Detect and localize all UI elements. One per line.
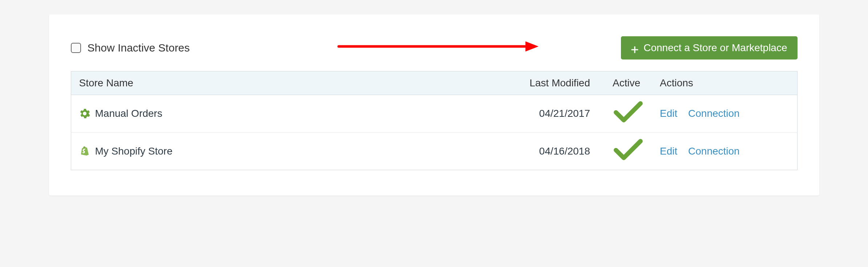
store-name-cell: My Shopify Store	[71, 132, 517, 170]
table-row: Manual Orders 04/21/2017 Edit Connection	[71, 95, 797, 133]
active-cell	[605, 95, 652, 133]
store-name-cell: Manual Orders	[71, 95, 517, 133]
last-modified-cell: 04/16/2018	[517, 132, 605, 170]
edit-link[interactable]: Edit	[660, 108, 677, 119]
store-name-text: Manual Orders	[95, 108, 162, 119]
col-header-active: Active	[605, 71, 652, 95]
table-row: My Shopify Store 04/16/2018 Edit Connect…	[71, 132, 797, 170]
connect-store-button[interactable]: Connect a Store or Marketplace	[621, 36, 797, 59]
stores-table: Store Name Last Modified Active Actions …	[71, 71, 798, 170]
store-name-text: My Shopify Store	[95, 145, 173, 157]
col-header-last-modified: Last Modified	[517, 71, 605, 95]
top-controls-row: Show Inactive Stores Connect a Store or …	[71, 36, 798, 59]
show-inactive-checkbox[interactable]	[71, 43, 81, 53]
actions-cell: Edit Connection	[652, 132, 797, 170]
active-cell	[605, 132, 652, 170]
table-header-row: Store Name Last Modified Active Actions	[71, 71, 797, 95]
connect-store-button-label: Connect a Store or Marketplace	[643, 42, 787, 54]
last-modified-cell: 04/21/2017	[517, 95, 605, 133]
check-icon	[613, 153, 644, 164]
edit-link[interactable]: Edit	[660, 145, 677, 157]
annotation-arrow	[336, 39, 540, 55]
show-inactive-control: Show Inactive Stores	[71, 42, 190, 54]
gear-icon	[79, 108, 90, 119]
actions-cell: Edit Connection	[652, 95, 797, 133]
col-header-store-name: Store Name	[71, 71, 517, 95]
plus-icon	[631, 44, 638, 52]
stores-card: Show Inactive Stores Connect a Store or …	[49, 15, 819, 196]
shopify-icon	[79, 146, 90, 157]
svg-marker-1	[525, 41, 538, 52]
connection-link[interactable]: Connection	[688, 145, 740, 157]
col-header-actions: Actions	[652, 71, 797, 95]
connection-link[interactable]: Connection	[688, 108, 740, 119]
show-inactive-label: Show Inactive Stores	[88, 42, 190, 54]
check-icon	[613, 116, 644, 127]
